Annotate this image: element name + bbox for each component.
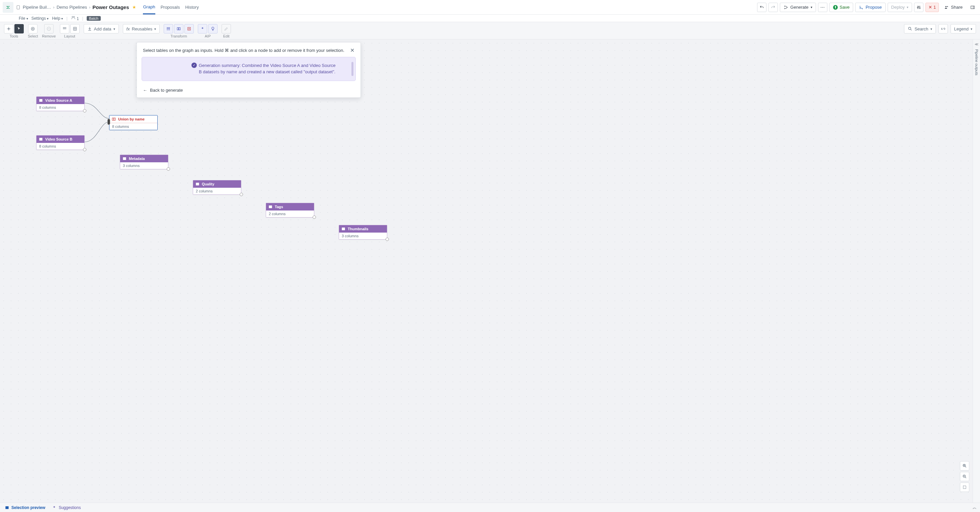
union-icon [111,117,116,121]
tool-group-tools: Tools [4,24,24,38]
propose-button[interactable]: Propose [855,3,885,12]
expand-footer-button[interactable]: ︽ [973,505,977,510]
breadcrumb-item[interactable]: Demo Pipelines [57,5,87,10]
target-button[interactable] [28,24,38,33]
transform-columns-button[interactable] [164,24,173,33]
layout-grid-button[interactable] [70,24,80,33]
warning-badge[interactable]: ✕ 1 [926,3,939,12]
svg-point-3 [787,7,788,7]
menu-settings[interactable]: Settings ▾ [32,16,49,21]
layout-auto-button[interactable] [60,24,69,33]
generation-summary: ✓ Generation summary: Combined the Video… [142,57,356,81]
active-users[interactable]: 1 [71,15,79,21]
node-metadata[interactable]: Metadata 3 columns [120,154,169,169]
panel-hint-text: Select tables on the graph as inputs. Ho… [143,48,344,53]
node-tags[interactable]: Tags 2 columns [266,203,314,218]
generate-button[interactable]: Generate ▾ [780,3,816,12]
output-port[interactable] [386,238,389,241]
zoom-in-button[interactable] [960,461,969,471]
breadcrumb-item[interactable]: Pipeline Buil… [23,5,51,10]
select-tool-button[interactable] [14,24,24,33]
node-thumbnails[interactable]: Thumbnails 3 columns [339,225,387,240]
settings-sliders-button[interactable] [914,3,923,12]
node-title: Quality [202,182,214,186]
save-button[interactable]: ⬆ Save [829,3,853,12]
node-video-source-a[interactable]: Video Source A 8 columns [36,96,85,111]
download-icon [88,26,92,31]
tab-proposals[interactable]: Proposals [161,0,180,14]
input-port[interactable] [107,119,110,125]
graph-edges [0,40,980,502]
legend-button[interactable]: Legend ▾ [951,24,976,33]
transform-join-button[interactable] [174,24,183,33]
svg-rect-28 [114,118,116,121]
search-button[interactable]: Search ▾ [904,24,935,33]
dataset-icon [268,205,273,209]
pan-tool-button[interactable] [4,24,13,33]
share-button[interactable]: Share [941,3,966,12]
close-icon[interactable]: ✕ [350,47,355,54]
merge-icon [859,5,864,10]
transform-remove-button[interactable] [185,24,194,33]
chevron-down-icon: ▾ [811,5,812,9]
edit-pencil-button[interactable] [221,24,231,33]
output-port[interactable] [83,109,86,113]
zoom-fit-button[interactable] [960,483,969,492]
collapse-rail-button[interactable]: ≪ [975,42,978,46]
node-union-by-name[interactable]: Union by name 8 columns [109,115,158,130]
tab-history[interactable]: History [185,0,199,14]
output-port[interactable] [83,148,86,151]
check-icon: ✓ [191,63,197,68]
remove-button[interactable] [44,24,54,33]
aip-sparkle-button[interactable] [198,24,207,33]
svg-rect-26 [39,138,42,140]
search-icon [908,26,912,31]
save-status-icon: ⬆ [833,5,838,10]
panel-toggle-button[interactable] [968,3,977,12]
add-data-button[interactable]: Add data ▾ [84,24,119,33]
redo-button[interactable] [768,3,778,12]
node-subtitle: 2 columns [266,210,314,217]
output-port[interactable] [167,167,170,171]
sparkle-icon [52,505,57,510]
scrollbar[interactable] [352,62,353,76]
tool-group-remove: Remove [42,24,56,38]
back-to-generate-button[interactable]: ← Back to generate [137,84,361,97]
app-logo[interactable] [3,2,13,13]
svg-rect-22 [179,28,180,30]
more-menu-button[interactable]: ⋯ [818,3,827,12]
footer-tab-selection-preview[interactable]: Selection preview [3,505,46,510]
batch-badge[interactable]: Batch [87,16,101,21]
menu-file[interactable]: File ▾ [19,16,28,21]
tool-group-label: Remove [42,34,56,38]
aip-bulb-button[interactable] [208,24,218,33]
zoom-out-button[interactable] [960,472,969,481]
footer-tab-suggestions[interactable]: Suggestions [51,505,82,510]
node-subtitle: 8 columns [110,123,157,130]
node-video-source-b[interactable]: Video Source B 8 columns [36,135,85,150]
menu-help[interactable]: Help ▾ [52,16,63,21]
tab-graph[interactable]: Graph [143,0,155,14]
undo-button[interactable] [757,3,767,12]
svg-rect-9 [971,6,975,8]
link-toggle-button[interactable] [939,24,948,33]
pipeline-outputs-tab[interactable]: Pipeline outputs [975,49,978,75]
breadcrumb-current[interactable]: Power Outages [92,4,129,10]
graph-canvas[interactable]: Video Source A 8 columns Video Source B … [0,40,980,502]
svg-point-5 [918,6,919,7]
node-title: Union by name [118,117,145,121]
x-icon: ✕ [929,5,932,10]
tool-group-label: AIP [205,34,211,38]
node-title: Video Source A [45,99,72,102]
tool-group-label: Layout [64,34,75,38]
chevron-down-icon: ▾ [970,27,972,31]
node-quality[interactable]: Quality 2 columns [193,180,241,195]
svg-rect-36 [5,506,8,509]
reusables-button[interactable]: fx Reusables ▾ [123,24,160,33]
output-port[interactable] [240,193,243,196]
star-icon[interactable]: ★ [132,5,136,10]
svg-rect-35 [963,486,966,488]
output-port[interactable] [313,216,316,219]
deploy-button[interactable]: Deploy ▾ [888,3,912,12]
svg-point-4 [917,7,918,8]
